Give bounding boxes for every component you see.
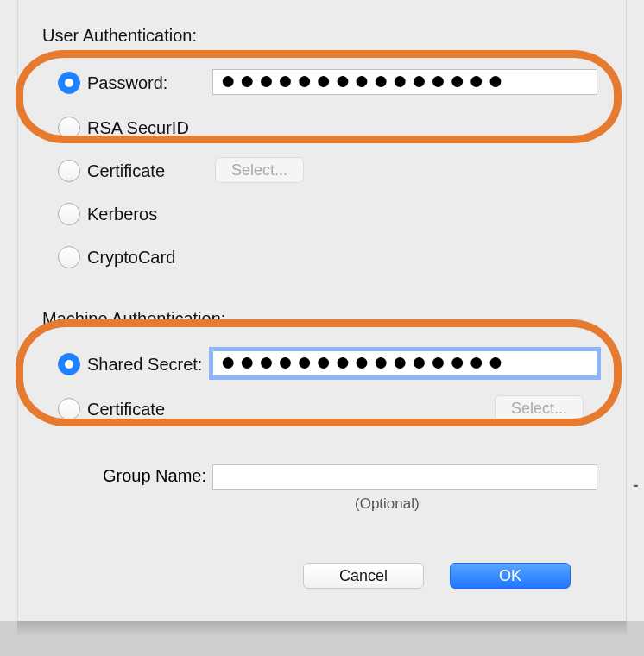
radio-password-label: Password: — [87, 73, 167, 93]
ok-button[interactable]: OK — [450, 563, 571, 589]
radio-password[interactable] — [58, 72, 80, 94]
machine-certificate-select-label: Select... — [511, 400, 567, 418]
sheet-drop-shadow — [17, 621, 627, 637]
machine-auth-heading: Machine Authentication: — [42, 309, 225, 329]
user-auth-kerberos-row[interactable]: Kerberos — [58, 197, 157, 231]
machine-auth-certificate-row[interactable]: Certificate — [58, 392, 165, 426]
shared-secret-value: ●●●●●●●●●●●●●●● — [220, 352, 507, 371]
password-value: ●●●●●●●●●●●●●●● — [220, 71, 507, 90]
radio-machine-certificate[interactable] — [58, 398, 80, 420]
radio-rsa-securid[interactable] — [58, 117, 80, 139]
group-name-field[interactable] — [212, 464, 597, 490]
radio-machine-certificate-label: Certificate — [87, 400, 165, 419]
cancel-button[interactable]: Cancel — [303, 563, 424, 589]
radio-user-certificate[interactable] — [58, 160, 80, 182]
radio-shared-secret[interactable] — [58, 353, 80, 375]
radio-kerberos[interactable] — [58, 203, 80, 225]
user-certificate-select-button: Select... — [215, 157, 304, 183]
radio-kerberos-label: Kerberos — [87, 205, 157, 224]
user-auth-certificate-row[interactable]: Certificate — [58, 154, 165, 188]
radio-user-certificate-label: Certificate — [87, 161, 165, 181]
radio-cryptocard-label: CryptoCard — [87, 248, 175, 268]
group-name-optional: (Optional) — [355, 495, 420, 513]
machine-auth-shared-secret-row[interactable]: Shared Secret: — [58, 347, 202, 382]
user-auth-cryptocard-row[interactable]: CryptoCard — [58, 240, 175, 274]
window-resize-indicator: ··· — [632, 475, 642, 495]
user-auth-heading: User Authentication: — [42, 26, 197, 46]
group-name-label: Group Name: — [87, 466, 206, 486]
user-certificate-select-label: Select... — [231, 161, 287, 180]
radio-cryptocard[interactable] — [58, 246, 80, 268]
user-auth-password-row[interactable]: Password: — [58, 66, 167, 100]
shared-secret-field[interactable]: ●●●●●●●●●●●●●●● — [212, 350, 597, 376]
ok-button-label: OK — [499, 567, 521, 585]
cancel-button-label: Cancel — [339, 567, 388, 585]
password-field[interactable]: ●●●●●●●●●●●●●●● — [212, 69, 597, 95]
user-auth-rsa-row[interactable]: RSA SecurID — [58, 110, 189, 145]
machine-certificate-select-button: Select... — [495, 395, 584, 421]
radio-shared-secret-label: Shared Secret: — [87, 355, 202, 375]
radio-rsa-securid-label: RSA SecurID — [87, 118, 189, 138]
auth-settings-sheet: User Authentication: Password: ●●●●●●●●●… — [17, 0, 627, 621]
